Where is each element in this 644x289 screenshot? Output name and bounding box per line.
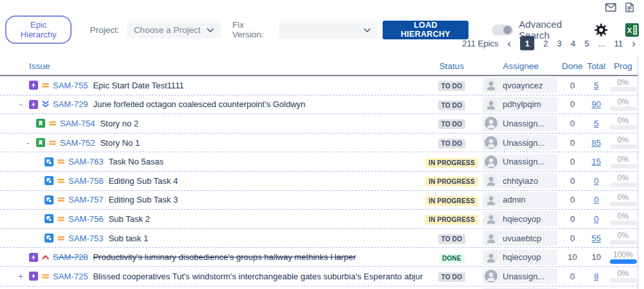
page-button-5[interactable]: 5 xyxy=(585,39,589,48)
total-cell: 0 xyxy=(584,214,609,224)
assignee-cell: Unassign... xyxy=(483,115,558,131)
subtask-icon xyxy=(45,157,54,166)
epic-icon xyxy=(29,272,38,281)
total-cell: 15 xyxy=(584,157,609,166)
status-badge: TO DO xyxy=(438,101,465,110)
progress-bar xyxy=(610,106,637,111)
pagination: 211 Epics ‹ 1 2 3 4 5 ... 11 › xyxy=(462,36,636,50)
issue-cell: SAM-756Sub Task 2 xyxy=(0,214,423,224)
assignee-name: chhtyiazo xyxy=(503,176,538,186)
page-button-1[interactable]: 1 xyxy=(520,36,534,50)
page-button-11[interactable]: 11 xyxy=(614,39,623,48)
page-button-3[interactable]: 3 xyxy=(557,39,561,48)
done-value: 0 xyxy=(561,214,584,224)
issue-key-link[interactable]: SAM-756 xyxy=(68,214,103,224)
status-cell: IN PROGRESS xyxy=(423,194,481,206)
issue-key-link[interactable]: SAM-753 xyxy=(68,234,103,243)
column-header-assignee[interactable]: Assignee xyxy=(481,61,561,71)
issue-key-link[interactable]: SAM-763 xyxy=(68,157,103,166)
avatar-icon xyxy=(485,232,498,244)
expand-toggle[interactable]: + xyxy=(15,272,26,281)
avatar-icon xyxy=(485,174,498,187)
total-cell: 8 xyxy=(584,272,609,281)
fix-version-label: Fix Version: xyxy=(232,20,271,39)
document-icon[interactable] xyxy=(625,3,634,12)
progress-bar xyxy=(610,278,637,283)
done-value: 0 xyxy=(561,272,584,281)
progress-cell: 0% xyxy=(609,270,638,283)
issue-key-link[interactable]: SAM-728 xyxy=(53,252,88,262)
progress-bar xyxy=(610,202,637,206)
collapse-toggle[interactable]: - xyxy=(15,99,26,109)
assignee-name: Unassign... xyxy=(503,119,545,128)
fix-version-select[interactable] xyxy=(279,21,377,39)
issue-row: -SAM-729June forfeited octagon coalesced… xyxy=(0,95,638,115)
issue-key-link[interactable]: SAM-725 xyxy=(53,272,88,281)
progress-percent: 0% xyxy=(618,270,629,277)
progress-cell: 0% xyxy=(609,117,638,130)
assignee-cell: chhtyiazo xyxy=(483,173,558,188)
done-value: 0 xyxy=(561,81,584,90)
project-select[interactable]: Choose a Project xyxy=(127,21,221,39)
issue-row: SAM-755Epic Start Date Test1111TO DOqvoa… xyxy=(0,76,638,95)
page-button-2[interactable]: 2 xyxy=(543,39,548,48)
prev-page-icon[interactable]: ‹ xyxy=(507,38,511,49)
next-page-icon[interactable]: › xyxy=(632,38,636,49)
total-link[interactable]: 5 xyxy=(594,119,598,128)
subtask-icon xyxy=(45,214,54,223)
priority-medium-icon xyxy=(57,215,65,223)
column-header-status[interactable]: Status xyxy=(423,61,481,71)
assignee-cell: Unassign... xyxy=(483,135,558,150)
progress-bar xyxy=(610,221,637,225)
total-cell: 90 xyxy=(584,99,609,109)
issue-key-link[interactable]: SAM-755 xyxy=(53,81,88,90)
progress-cell: 0% xyxy=(609,212,638,225)
avatar-icon xyxy=(485,155,498,168)
issue-cell: SAM-753Sub task 1 xyxy=(0,234,423,243)
page-button-4[interactable]: 4 xyxy=(571,39,576,48)
epic-icon xyxy=(29,100,38,109)
total-link[interactable]: 90 xyxy=(592,99,601,109)
issue-summary: Editing Sub Task 3 xyxy=(108,195,177,204)
total-link[interactable]: 15 xyxy=(592,157,601,166)
collapse-toggle[interactable]: - xyxy=(23,138,33,148)
total-cell: 0 xyxy=(584,176,609,186)
advanced-search-toggle[interactable] xyxy=(492,25,513,35)
total-link[interactable]: 0 xyxy=(594,176,598,186)
assignee-cell: pdhylpqim xyxy=(483,97,558,112)
column-header-total[interactable]: Total xyxy=(584,61,609,71)
issue-key-link[interactable]: SAM-729 xyxy=(53,99,88,109)
done-value: 0 xyxy=(561,119,584,128)
assignee-cell: Unassign... xyxy=(483,268,558,284)
column-header-prog[interactable]: Prog xyxy=(609,61,638,71)
total-link[interactable]: 8 xyxy=(594,272,598,281)
total-link[interactable]: 0 xyxy=(594,195,598,204)
issue-row: SAM-763Task No 5asasIN PROGRESSUnassign.… xyxy=(0,152,638,172)
total-link[interactable]: 85 xyxy=(592,138,601,148)
load-hierarchy-button[interactable]: LOAD HIERARCHY xyxy=(383,21,468,39)
priority-medium-icon xyxy=(48,119,57,128)
progress-bar xyxy=(610,164,637,168)
epic-hierarchy-button[interactable]: Epic Hierarchy xyxy=(5,15,72,44)
assignee-name: pdhylpqim xyxy=(503,99,541,109)
issue-key-link[interactable]: SAM-752 xyxy=(60,138,95,148)
column-header-done[interactable]: Done xyxy=(561,61,584,71)
done-value: 0 xyxy=(561,99,584,109)
progress-cell: 0% xyxy=(609,155,638,168)
total-link[interactable]: 55 xyxy=(592,234,601,243)
gear-icon[interactable] xyxy=(594,23,608,37)
column-header-issue[interactable]: Issue xyxy=(0,61,423,71)
excel-export-icon[interactable]: X xyxy=(625,23,639,37)
envelope-icon[interactable] xyxy=(605,3,616,12)
issue-key-link[interactable]: SAM-757 xyxy=(68,195,103,204)
total-link[interactable]: 0 xyxy=(594,214,598,224)
issue-summary: Blissed cooperatives Tut's windstorm's i… xyxy=(93,272,423,281)
priority-medium-icon xyxy=(48,139,57,147)
issue-key-link[interactable]: SAM-754 xyxy=(60,119,95,128)
subtask-icon xyxy=(45,176,54,185)
avatar-icon xyxy=(485,212,498,225)
issue-key-link[interactable]: SAM-758 xyxy=(68,176,103,186)
status-badge: IN PROGRESS xyxy=(425,196,478,206)
progress-cell: 0% xyxy=(609,232,638,244)
total-link[interactable]: 5 xyxy=(594,81,598,90)
